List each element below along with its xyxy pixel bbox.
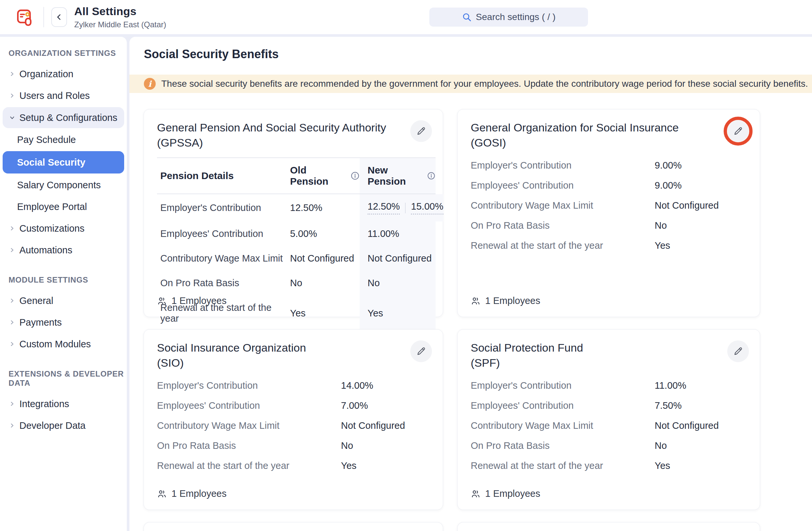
chevron-right-icon xyxy=(9,93,15,99)
back-button[interactable] xyxy=(51,7,67,27)
pencil-icon xyxy=(416,126,426,137)
sidebar-section-extensions-developer-data: EXTENSIONS & DEVELOPER DATA xyxy=(0,369,127,388)
benefit-details: Employer's Contribution 11.00% Employees… xyxy=(471,380,746,471)
users-icon xyxy=(157,296,167,306)
row-label: Employees' Contribution xyxy=(157,400,341,411)
card-sio: Social Insurance Organization (SIO) Empl… xyxy=(144,329,443,510)
sidebar-item-label: Organization xyxy=(19,69,73,80)
employees-count[interactable]: 1 Employees xyxy=(471,488,540,499)
detail-row: Renewal at the start of the year Yes xyxy=(471,460,746,471)
card-title: General Pension And Social Security Auth… xyxy=(157,120,387,150)
row-label: Employees' Contribution xyxy=(157,221,290,246)
employees-count-label: 1 Employees xyxy=(172,296,227,306)
sidebar-item-label: General xyxy=(19,296,53,306)
sidebar-item-organization[interactable]: Organization xyxy=(0,63,127,85)
edit-button-wrap xyxy=(407,117,436,146)
row-label: On Pro Rata Basis xyxy=(471,440,655,451)
card-gosi: General Organization for Social Insuranc… xyxy=(457,109,760,317)
employees-count[interactable]: 1 Employees xyxy=(157,296,227,306)
sidebar-item-custom-modules[interactable]: Custom Modules xyxy=(0,333,127,355)
pension-table-header: Pension Details Old Pension New Pension xyxy=(157,157,436,194)
sidebar-item-users-and-roles[interactable]: Users and Roles xyxy=(0,85,127,106)
sidebar-section-module-settings: MODULE SETTINGS xyxy=(0,275,127,285)
row-label: Renewal at the start of the year xyxy=(471,460,655,471)
row-value: 7.00% xyxy=(341,400,430,411)
sidebar-item-setup-configurations[interactable]: Setup & Configurations xyxy=(3,107,124,128)
old-pension-value: 5.00% xyxy=(290,221,360,246)
row-label: Contributory Wage Max Limit xyxy=(157,420,341,431)
edit-sio-button[interactable] xyxy=(410,341,432,362)
banner-text: These social security benefits are recom… xyxy=(161,78,808,89)
card-gpssa: General Pension And Social Security Auth… xyxy=(144,109,443,317)
sidebar-item-developer-data[interactable]: Developer Data xyxy=(0,415,127,436)
row-value: Not Configured xyxy=(655,420,746,431)
pencil-icon xyxy=(733,346,743,357)
row-value: No xyxy=(655,440,746,451)
page-title: All Settings xyxy=(74,5,166,18)
sidebar-item-pay-schedule[interactable]: Pay Schedule xyxy=(0,129,127,150)
search-icon xyxy=(462,12,472,22)
header-divider xyxy=(43,7,44,27)
employees-count[interactable]: 1 Employees xyxy=(471,296,540,306)
sidebar-item-label: Payments xyxy=(19,317,62,328)
new-pension-value: No xyxy=(360,271,436,296)
chevron-right-icon xyxy=(9,71,15,77)
benefit-details: Employer's Contribution 9.00% Employees'… xyxy=(471,160,746,251)
sidebar-item-general[interactable]: General xyxy=(0,290,127,312)
detail-row: On Pro Rata Basis No xyxy=(471,220,746,231)
users-icon xyxy=(471,296,481,306)
info-icon[interactable] xyxy=(427,171,436,181)
detail-row: Employer's Contribution 9.00% xyxy=(471,160,746,171)
old-pension-value: No xyxy=(290,271,360,296)
column-pension-details: Pension Details xyxy=(157,164,290,188)
row-label: Employees' Contribution xyxy=(471,180,655,191)
detail-row: Contributory Wage Max Limit Not Configur… xyxy=(471,420,746,431)
row-label: Employees' Contribution xyxy=(471,400,655,411)
benefit-cards-grid: General Pension And Social Security Auth… xyxy=(144,109,760,531)
sidebar-item-label: Automations xyxy=(19,245,72,256)
chevron-right-icon xyxy=(9,247,15,253)
old-pension-value: Not Configured xyxy=(290,246,360,271)
row-value: Yes xyxy=(655,240,746,251)
sidebar-item-salary-components[interactable]: Salary Components xyxy=(0,174,127,196)
employees-count-label: 1 Employees xyxy=(172,488,227,499)
detail-row: On Pro Rata Basis No xyxy=(157,440,430,451)
chevron-down-icon xyxy=(9,115,15,120)
new-pension-revised[interactable]: 15.00% xyxy=(411,201,443,215)
edit-gpssa-button[interactable] xyxy=(410,120,432,142)
app-logo[interactable] xyxy=(14,6,36,28)
card-title: Social Protection Fund (SPF) xyxy=(471,340,701,370)
search-input[interactable]: Search settings ( / ) xyxy=(429,8,588,27)
annotation-ring xyxy=(724,117,753,146)
chevron-right-icon xyxy=(9,401,15,407)
old-pension-value: 12.50% xyxy=(290,196,360,220)
employees-count-label: 1 Employees xyxy=(485,488,540,499)
sidebar-item-label: Users and Roles xyxy=(19,90,90,101)
column-old-pension: Old Pension xyxy=(290,158,360,193)
row-value: 7.50% xyxy=(655,400,746,411)
row-value: Yes xyxy=(655,460,746,471)
users-icon xyxy=(157,489,167,499)
sidebar-item-customizations[interactable]: Customizations xyxy=(0,217,127,239)
pencil-icon xyxy=(416,346,426,357)
payroll-logo-icon xyxy=(14,6,36,28)
info-icon[interactable] xyxy=(350,171,360,181)
row-label: Renewal at the start of the year xyxy=(471,240,655,251)
row-label: Employer's Contribution xyxy=(157,196,290,220)
sidebar-item-employee-portal[interactable]: Employee Portal xyxy=(0,196,127,217)
row-value: Not Configured xyxy=(655,200,746,211)
card-stub xyxy=(457,522,760,531)
employees-count[interactable]: 1 Employees xyxy=(157,488,227,499)
detail-row: Contributory Wage Max Limit Not Configur… xyxy=(157,420,430,431)
users-icon xyxy=(471,489,481,499)
sidebar-item-automations[interactable]: Automations xyxy=(0,239,127,261)
chevron-right-icon xyxy=(9,341,15,347)
new-pension-current[interactable]: 12.50% xyxy=(367,201,400,215)
edit-spf-button[interactable] xyxy=(727,341,749,362)
sidebar-item-social-security[interactable]: Social Security xyxy=(3,151,124,173)
sidebar-item-integrations[interactable]: Integrations xyxy=(0,393,127,415)
sidebar-item-label: Pay Schedule xyxy=(17,134,76,145)
sidebar-item-payments[interactable]: Payments xyxy=(0,312,127,333)
edit-gosi-button[interactable] xyxy=(727,120,749,142)
row-label: On Pro Rata Basis xyxy=(157,440,341,451)
